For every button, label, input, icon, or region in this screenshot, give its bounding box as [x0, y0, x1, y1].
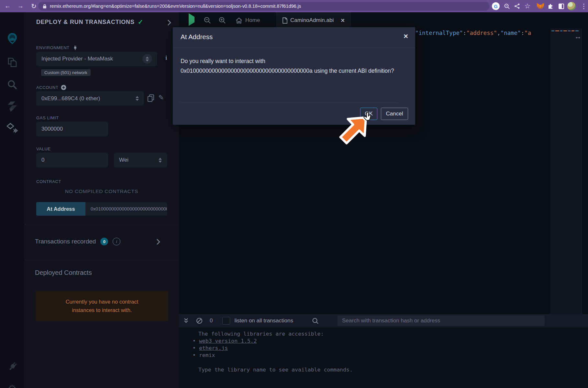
listen-label: listen on all transactions: [234, 318, 293, 324]
account-label: ACCOUNT: [36, 85, 66, 90]
terminal-line: • ethers.js: [193, 345, 228, 351]
value-unit-select[interactable]: Wei: [114, 153, 167, 167]
terminal-search-icon: [312, 318, 319, 324]
horizontal-sync-icon[interactable]: ↔: [574, 32, 582, 41]
zoom-icon[interactable]: [502, 2, 511, 11]
tab-caminoadmin-abi[interactable]: CaminoAdmin.abi ×: [276, 12, 351, 28]
ethers-link[interactable]: ethers.js: [199, 345, 228, 351]
value-input[interactable]: 0: [36, 153, 108, 167]
warning-line1: Currently you have no contract: [36, 297, 168, 306]
extensions-puzzle-icon[interactable]: [546, 2, 555, 11]
reload-icon[interactable]: ↻: [31, 2, 37, 10]
panel-title: DEPLOY & RUN TRANSACTIONS ✓: [36, 18, 143, 26]
value-unit: Wei: [119, 157, 128, 163]
listen-checkbox[interactable]: [222, 317, 230, 325]
remix-logo-icon: [5, 31, 20, 46]
no-compiled-text: NO COMPILED CONTRACTS: [36, 189, 167, 194]
google-account-icon[interactable]: G: [491, 2, 500, 11]
url-text: remix.ethereum.org/#lang=en&optimize=fal…: [50, 4, 301, 9]
account-value: 0xE99...689C4 (0 ether): [41, 95, 100, 102]
panel-expand-icon[interactable]: [167, 19, 171, 26]
add-account-icon[interactable]: [61, 85, 66, 90]
chevron-updown-icon: [142, 54, 152, 64]
file-explorer-icon[interactable]: [7, 57, 17, 68]
cancel-button[interactable]: Cancel: [381, 108, 408, 120]
environment-info-icon[interactable]: i: [165, 54, 167, 61]
back-icon[interactable]: ←: [5, 2, 11, 10]
copy-account-icon[interactable]: [147, 94, 154, 102]
no-instances-warning: Currently you have no contract instances…: [36, 291, 168, 321]
zoom-in-icon[interactable]: [218, 16, 226, 24]
terminal-toolbar: 0 listen on all transactions: [179, 314, 588, 328]
modal-title: At Address: [181, 33, 213, 41]
account-select[interactable]: 0xE99...689C4 (0 ether): [36, 91, 144, 106]
terminal-line: • remix: [193, 352, 215, 358]
browser-menu-icon[interactable]: ⋮: [579, 2, 588, 11]
terminal-line: The following libraries are accessible:: [198, 331, 324, 337]
settings-gear-icon[interactable]: ⚙: [8, 383, 17, 388]
run-script-icon[interactable]: [189, 17, 194, 23]
metamask-icon[interactable]: [536, 2, 545, 11]
chevron-updown-icon: [136, 96, 139, 101]
check-icon: ✓: [138, 18, 144, 26]
browser-chrome: ← → ↻ remix.ethereum.org/#lang=en&optimi…: [0, 0, 588, 12]
remix-lib: remix: [199, 352, 215, 358]
edit-account-icon[interactable]: ✎: [158, 94, 164, 102]
side-panel-icon[interactable]: [557, 2, 566, 11]
deploy-run-icon[interactable]: [6, 123, 18, 133]
expand-terminal-icon[interactable]: [183, 318, 189, 324]
code-line: "internalType":"address","name":"a: [415, 30, 531, 36]
profile-avatar[interactable]: [567, 2, 576, 11]
tab-home-label: Home: [245, 17, 260, 24]
tab-home[interactable]: Home: [230, 12, 266, 28]
deployed-contracts-title: Deployed Contracts: [35, 269, 92, 276]
gas-limit-input[interactable]: 3000000: [36, 122, 108, 136]
transactions-expand-icon[interactable]: [156, 239, 160, 245]
gas-limit-label: GAS LIMIT: [36, 115, 59, 120]
editor-minimap[interactable]: [550, 28, 581, 314]
at-address-button[interactable]: At Address: [36, 202, 85, 216]
bookmark-star-icon[interactable]: ☆: [523, 2, 532, 11]
modal-close-icon[interactable]: ×: [404, 32, 408, 41]
lock-icon: [43, 4, 47, 9]
file-icon: [283, 17, 287, 24]
modal-header: At Address ×: [173, 27, 415, 48]
info-icon: i: [113, 238, 120, 245]
plug-icon: [72, 45, 78, 50]
search-icon[interactable]: [7, 80, 17, 90]
transactions-recorded-label: Transactions recorded: [35, 238, 96, 245]
icon-rail: ⚙: [0, 12, 25, 388]
zoom-out-icon[interactable]: [204, 16, 211, 24]
pending-tx-count: 0: [210, 318, 213, 324]
home-icon: [236, 17, 242, 24]
forward-icon[interactable]: →: [17, 2, 24, 10]
value-label: VALUE: [36, 146, 51, 151]
environment-label: ENVIRONMENT: [36, 45, 78, 50]
terminal-line: • web3 version 1.5.2: [193, 338, 257, 344]
transactions-recorded-row: Transactions recorded 0 i: [35, 238, 120, 245]
modal-footer: OK Cancel: [173, 103, 415, 125]
chevron-updown-icon: [159, 158, 162, 163]
network-badge: Custom (501) network: [41, 69, 91, 76]
plugin-manager-icon[interactable]: [7, 361, 18, 372]
deploy-run-panel: DEPLOY & RUN TRANSACTIONS ✓ ENVIRONMENT …: [24, 12, 179, 388]
editor-scrollbar[interactable]: [581, 28, 582, 314]
gas-limit-value: 3000000: [41, 126, 63, 132]
web3-link[interactable]: web3 version 1.5.2: [199, 338, 257, 344]
at-address-input[interactable]: 0x01000000000000000000000000000000000000…: [85, 202, 167, 216]
address-bar[interactable]: remix.ethereum.org/#lang=en&optimize=fal…: [38, 2, 490, 11]
terminal-hint: Type the library name to see available c…: [198, 367, 353, 373]
hand-cursor-icon: [363, 112, 373, 123]
solidity-compiler-icon[interactable]: [8, 102, 17, 112]
environment-select[interactable]: Injected Provider - MetaMask: [36, 52, 157, 66]
transactions-count-badge: 0: [100, 238, 108, 245]
divider: [24, 260, 179, 260]
panel-title-text: DEPLOY & RUN TRANSACTIONS: [36, 19, 135, 26]
share-icon[interactable]: [513, 2, 522, 11]
clear-console-icon[interactable]: [196, 318, 203, 324]
tab-bar: Home CaminoAdmin.abi ×: [179, 12, 588, 28]
terminal-search-input[interactable]: [338, 316, 545, 326]
tab-close-icon[interactable]: ×: [341, 17, 345, 24]
at-address-value: 0x01000000000000000000000000000000000000…: [91, 206, 167, 211]
tab-active-label: CaminoAdmin.abi: [290, 17, 334, 24]
